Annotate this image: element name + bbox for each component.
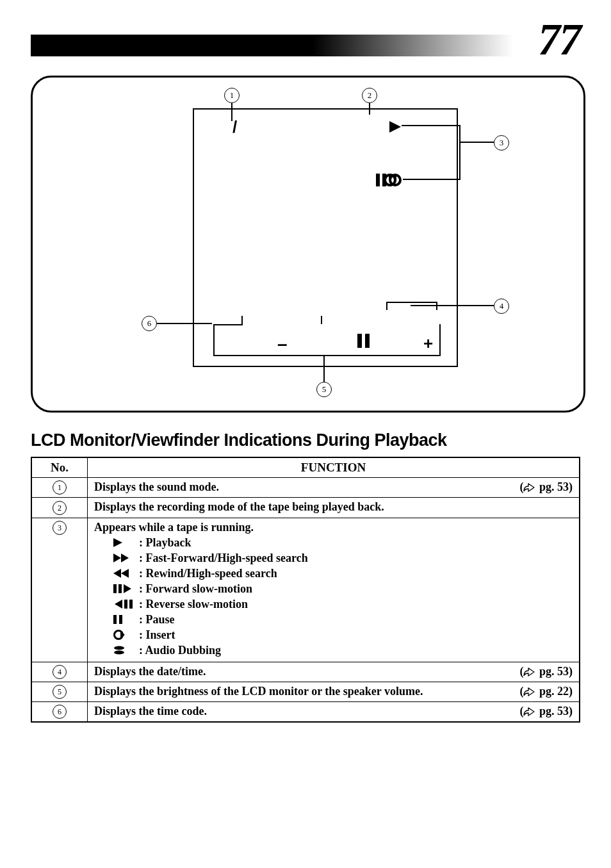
diagram-panel: / — [31, 76, 585, 413]
svg-rect-6 — [365, 334, 370, 348]
mode-item-insert: : Insert — [113, 628, 573, 642]
callout-4: 4 — [494, 299, 509, 314]
audio-dub-icon — [113, 646, 139, 655]
mode-item-fwd-slow: : Forward slow-motion — [113, 582, 573, 596]
row-ref-5: ( pg. 22) — [519, 685, 573, 700]
th-no: No. — [31, 457, 88, 478]
th-function: FUNCTION — [88, 457, 580, 478]
mode-item-audio-dub: : Audio Dubbing — [113, 644, 573, 657]
callout-6-line — [157, 323, 212, 324]
callout-4-line — [411, 305, 494, 306]
svg-rect-5 — [357, 334, 362, 348]
svg-marker-7 — [113, 538, 122, 547]
callout-3: 3 — [494, 135, 509, 151]
row-num-1: 1 — [53, 480, 67, 495]
header-bar: 77 — [31, 26, 580, 56]
row-num-3: 3 — [53, 521, 67, 535]
table-row: 4 Displays the date/time. ( pg. 53) — [31, 662, 580, 682]
callout-3-line-a — [402, 125, 459, 126]
row-num-5: 5 — [53, 685, 67, 699]
callout-2: 2 — [362, 88, 377, 103]
svg-rect-19 — [119, 615, 122, 624]
row-text-4: Displays the date/time. — [94, 665, 206, 678]
table-row: 6 Displays the time code. ( pg. 53) — [31, 702, 580, 723]
pause-icon — [113, 615, 139, 624]
fast-forward-icon — [113, 553, 139, 562]
row-text-5: Displays the brightness of the LCD monit… — [94, 685, 423, 698]
row-ref-6: ( pg. 53) — [519, 705, 573, 719]
row-text-6: Displays the time code. — [94, 705, 207, 717]
pause-stop-icon — [376, 174, 402, 189]
svg-marker-8 — [113, 553, 121, 562]
row-text-1: Displays the sound mode. — [94, 480, 219, 493]
callout-1-line — [231, 103, 232, 121]
header-gradient — [313, 35, 524, 56]
svg-marker-11 — [121, 569, 129, 578]
svg-rect-12 — [113, 584, 117, 593]
svg-marker-10 — [113, 569, 121, 578]
forward-slow-icon — [113, 584, 139, 593]
rewind-icon — [113, 569, 139, 578]
row-intro-3: Appears while a tape is running. — [94, 521, 573, 534]
callout-5: 5 — [316, 382, 332, 397]
mode-list: : Playback : Fast-Forward/High-speed sea… — [113, 536, 573, 657]
table-row: 2 Displays the recording mode of the tap… — [31, 498, 580, 518]
svg-rect-4 — [394, 175, 396, 179]
mode-item-rwd: : Rewind/High-speed search — [113, 567, 573, 580]
section-title: LCD Monitor/Viewfinder Indications Durin… — [31, 430, 580, 450]
callout-5-line — [323, 356, 325, 382]
plus-symbol: + — [423, 334, 433, 354]
mode-item-ffwd: : Fast-Forward/High-speed search — [113, 552, 573, 565]
svg-point-23 — [114, 651, 124, 655]
svg-marker-17 — [115, 600, 122, 609]
play-icon — [389, 121, 402, 135]
svg-point-22 — [114, 646, 124, 650]
table-row: 5 Displays the brightness of the LCD mon… — [31, 682, 580, 701]
svg-rect-15 — [124, 600, 127, 609]
svg-rect-13 — [118, 584, 122, 593]
callout-2-line — [369, 103, 370, 115]
svg-rect-18 — [113, 615, 117, 624]
table-row: 3 Appears while a tape is running. : Pla… — [31, 518, 580, 662]
row-text-2: Displays the recording mode of the tape … — [94, 500, 384, 513]
pause-icon-bar — [357, 334, 370, 350]
svg-rect-1 — [376, 174, 380, 186]
row-ref-4: ( pg. 53) — [519, 665, 573, 680]
page-number: 77 — [538, 14, 580, 65]
callout-6: 6 — [142, 316, 157, 331]
table-row: 1 Displays the sound mode. ( pg. 53) — [31, 478, 580, 498]
row-num-4: 4 — [53, 665, 67, 679]
svg-marker-14 — [124, 584, 131, 593]
header-black-block — [31, 35, 313, 56]
screen-box: / — [193, 108, 458, 367]
row-num-2: 2 — [53, 501, 67, 515]
callout-1: 1 — [224, 88, 240, 103]
svg-marker-0 — [389, 121, 401, 133]
mode-item-playback: : Playback — [113, 536, 573, 550]
function-table: No. FUNCTION 1 Displays the sound mode. … — [31, 457, 580, 723]
row-num-6: 6 — [53, 705, 67, 719]
mode-item-rev-slow: : Reverse slow-motion — [113, 598, 573, 611]
minus-symbol: – — [277, 334, 288, 354]
row-ref-1: ( pg. 53) — [519, 480, 573, 495]
mode-item-pause: : Pause — [113, 613, 573, 626]
sound-mode-symbol: / — [232, 117, 237, 137]
reverse-slow-icon — [113, 600, 139, 609]
play-icon — [113, 538, 139, 547]
insert-icon — [113, 630, 139, 640]
svg-rect-16 — [129, 600, 133, 609]
svg-marker-9 — [121, 553, 129, 562]
